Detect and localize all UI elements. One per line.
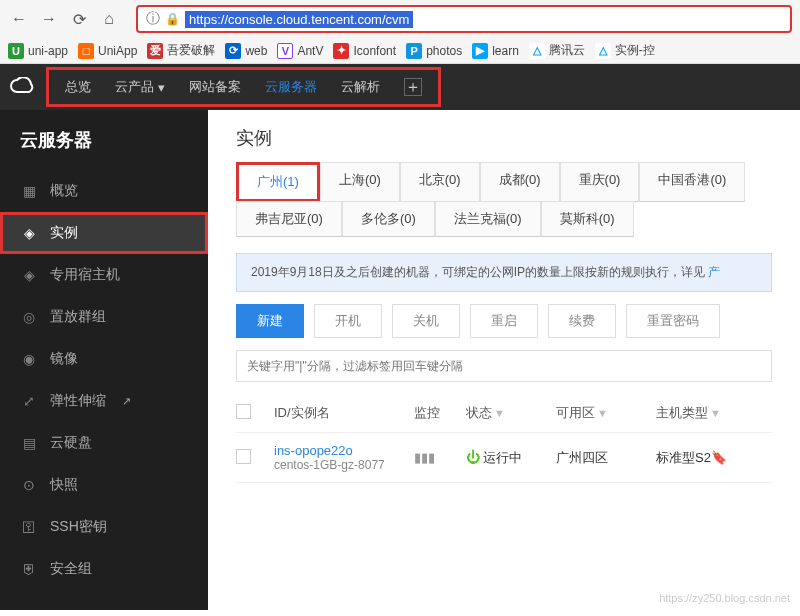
power-icon: ⏻ <box>466 449 480 465</box>
action-bar: 新建 开机 关机 重启 续费 重置密码 <box>208 304 800 350</box>
sidebar-item-snapshot[interactable]: ⊙快照 <box>0 464 208 506</box>
col-zone[interactable]: 可用区▼ <box>556 404 646 422</box>
sidebar-item-dedicated[interactable]: ◈专用宿主机 <box>0 254 208 296</box>
region-tab[interactable]: 法兰克福(0) <box>435 201 541 237</box>
restart-button[interactable]: 重启 <box>470 304 538 338</box>
bookmark-item[interactable]: △腾讯云 <box>529 42 585 59</box>
start-button[interactable]: 开机 <box>314 304 382 338</box>
scale-icon: ⤢ <box>20 392 38 410</box>
sidebar-item-instances[interactable]: ◈实例 <box>0 212 208 254</box>
cloud-logo-icon[interactable] <box>0 77 46 97</box>
region-tab[interactable]: 成都(0) <box>480 162 560 202</box>
instance-zone: 广州四区 <box>556 449 646 467</box>
nav-add-button[interactable]: ＋ <box>404 78 422 96</box>
bookmark-item[interactable]: ✦Iconfont <box>333 43 396 59</box>
renew-button[interactable]: 续费 <box>548 304 616 338</box>
bookmark-item[interactable]: ⟳web <box>225 43 267 59</box>
external-link-icon: ↗ <box>122 395 131 408</box>
bookmark-item[interactable]: VAntV <box>277 43 323 59</box>
sidebar-item-disk[interactable]: ▤云硬盘 <box>0 422 208 464</box>
sidebar-item-overview[interactable]: ▦概览 <box>0 170 208 212</box>
chevron-down-icon: ▾ <box>158 80 165 95</box>
cube-icon: ◈ <box>20 224 38 242</box>
col-status[interactable]: 状态▼ <box>466 404 546 422</box>
main-content: 实例 广州(1) 上海(0) 北京(0) 成都(0) 重庆(0) 中国香港(0)… <box>208 110 800 610</box>
disk-icon: ▤ <box>20 434 38 452</box>
bookmark-item[interactable]: Pphotos <box>406 43 462 59</box>
home-button[interactable]: ⌂ <box>98 8 120 30</box>
instance-table: ID/实例名 监控 状态▼ 可用区▼ 主机类型▼ ins-opope22o ce… <box>208 394 800 483</box>
url-text: https://console.cloud.tencent.com/cvm <box>185 11 413 28</box>
bookmark-item[interactable]: △实例-控 <box>595 42 655 59</box>
col-type[interactable]: 主机类型▼ <box>656 404 746 422</box>
region-tab[interactable]: 重庆(0) <box>560 162 640 202</box>
cube-icon: ◈ <box>20 266 38 284</box>
instance-id-link[interactable]: ins-opope22o <box>274 443 404 458</box>
nav-dns[interactable]: 云解析 <box>341 78 380 96</box>
page-title: 实例 <box>208 110 800 162</box>
forward-button[interactable]: → <box>38 8 60 30</box>
filter-icon: ▼ <box>597 407 608 419</box>
bookmark-item[interactable]: Uuni-app <box>8 43 68 59</box>
bookmark-item[interactable]: □UniApp <box>78 43 137 59</box>
info-icon: ⓘ <box>146 10 160 28</box>
notice-link[interactable]: 产 <box>708 265 720 279</box>
region-tab[interactable]: 莫斯科(0) <box>541 201 634 237</box>
col-monitor: 监控 <box>414 404 456 422</box>
sidebar-item-ssh[interactable]: ⚿SSH密钥 <box>0 506 208 548</box>
table-row[interactable]: ins-opope22o centos-1GB-gz-8077 ▮▮▮ ⏻运行中… <box>236 433 772 483</box>
region-tabs-row1: 广州(1) 上海(0) 北京(0) 成都(0) 重庆(0) 中国香港(0) <box>208 162 800 202</box>
camera-icon: ⊙ <box>20 476 38 494</box>
col-id: ID/实例名 <box>274 404 404 422</box>
sidebar-title: 云服务器 <box>0 128 208 170</box>
nav-beian[interactable]: 网站备案 <box>189 78 241 96</box>
disc-icon: ◉ <box>20 350 38 368</box>
region-tab-guangzhou[interactable]: 广州(1) <box>236 162 320 202</box>
region-tab[interactable]: 上海(0) <box>320 162 400 202</box>
grid-icon: ▦ <box>20 182 38 200</box>
notice-banner: 2019年9月18日及之后创建的机器，可绑定的公网IP的数量上限按新的规则执行，… <box>236 253 772 292</box>
url-bar[interactable]: ⓘ 🔒 https://console.cloud.tencent.com/cv… <box>136 5 792 33</box>
type-badge-icon: 🔖 <box>711 450 727 465</box>
select-all-checkbox[interactable] <box>236 404 251 419</box>
browser-chrome: ← → ⟳ ⌂ ⓘ 🔒 https://console.cloud.tencen… <box>0 0 800 64</box>
bookmark-item[interactable]: 爱吾爱破解 <box>147 42 215 59</box>
nav-products[interactable]: 云产品 ▾ <box>115 78 165 96</box>
nav-overview[interactable]: 总览 <box>65 78 91 96</box>
sidebar-item-autoscale[interactable]: ⤢弹性伸缩↗ <box>0 380 208 422</box>
sidebar-item-images[interactable]: ◉镜像 <box>0 338 208 380</box>
sidebar-item-placement[interactable]: ◎置放群组 <box>0 296 208 338</box>
filter-icon: ▼ <box>710 407 721 419</box>
sidebar: 云服务器 ▦概览 ◈实例 ◈专用宿主机 ◎置放群组 ◉镜像 ⤢弹性伸缩↗ ▤云硬… <box>0 110 208 610</box>
instance-name: centos-1GB-gz-8077 <box>274 458 404 472</box>
watermark: https://zy250.blog.csdn.net <box>659 592 790 604</box>
key-icon: ⚿ <box>20 518 38 536</box>
region-tab[interactable]: 北京(0) <box>400 162 480 202</box>
stop-button[interactable]: 关机 <box>392 304 460 338</box>
region-tabs-row2: 弗吉尼亚(0) 多伦多(0) 法兰克福(0) 莫斯科(0) <box>208 201 800 237</box>
bookmark-item[interactable]: ▶learn <box>472 43 519 59</box>
region-tab[interactable]: 中国香港(0) <box>639 162 745 202</box>
monitor-icon[interactable]: ▮▮▮ <box>414 450 435 465</box>
create-button[interactable]: 新建 <box>236 304 304 338</box>
group-icon: ◎ <box>20 308 38 326</box>
region-tab[interactable]: 弗吉尼亚(0) <box>236 201 342 237</box>
top-nav: 总览 云产品 ▾ 网站备案 云服务器 云解析 ＋ <box>0 64 800 110</box>
lock-icon: 🔒 <box>165 12 180 26</box>
row-checkbox[interactable] <box>236 449 251 464</box>
sidebar-item-security[interactable]: ⛨安全组 <box>0 548 208 590</box>
shield-icon: ⛨ <box>20 560 38 578</box>
filter-icon: ▼ <box>494 407 505 419</box>
region-tab[interactable]: 多伦多(0) <box>342 201 435 237</box>
reload-button[interactable]: ⟳ <box>68 8 90 30</box>
nav-cvm[interactable]: 云服务器 <box>265 78 317 96</box>
bookmarks-bar: Uuni-app □UniApp 爱吾爱破解 ⟳web VAntV ✦Iconf… <box>0 38 800 63</box>
reset-pwd-button[interactable]: 重置密码 <box>626 304 720 338</box>
search-input[interactable] <box>236 350 772 382</box>
table-header: ID/实例名 监控 状态▼ 可用区▼ 主机类型▼ <box>236 394 772 433</box>
back-button[interactable]: ← <box>8 8 30 30</box>
